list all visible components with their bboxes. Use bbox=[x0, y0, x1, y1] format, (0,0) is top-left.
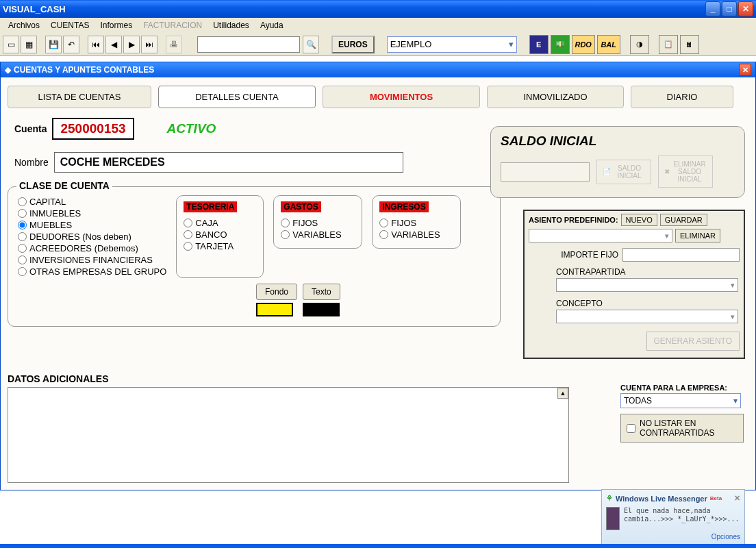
money-icon[interactable]: 💵 bbox=[551, 35, 570, 54]
toast-close-icon[interactable]: ✕ bbox=[734, 494, 740, 503]
concepto-combo[interactable]: ▾ bbox=[556, 310, 738, 323]
eliminar-button[interactable]: ELIMINAR bbox=[675, 229, 720, 242]
grid-icon[interactable]: ▦ bbox=[21, 36, 37, 53]
datos-label: DATOS ADICIONALES bbox=[8, 373, 748, 384]
messenger-toast: ⚘ Windows Live Messenger Beta ✕ El que n… bbox=[601, 489, 745, 545]
tesoreria-box: TESORERIA CAJA BANCO TARJETA bbox=[176, 195, 264, 278]
texto-swatch[interactable] bbox=[303, 303, 340, 316]
tab-inmovilizado[interactable]: INMOVILIZADO bbox=[487, 86, 624, 108]
last-icon[interactable]: ⏭ bbox=[141, 36, 158, 53]
radio-deudores[interactable]: DEUDORES (Nos deben) bbox=[18, 232, 166, 242]
menu-informes[interactable]: Informes bbox=[94, 19, 138, 32]
radio-capital[interactable]: CAPITAL bbox=[18, 197, 166, 207]
tab-detalles[interactable]: DETALLES CUENTA bbox=[158, 86, 316, 108]
e-icon[interactable]: E bbox=[529, 35, 549, 54]
undo-icon[interactable]: ↶ bbox=[63, 36, 79, 53]
tab-lista[interactable]: LISTA DE CUENTAS bbox=[8, 86, 151, 108]
find-icon[interactable]: 🔍 bbox=[303, 36, 319, 53]
clase-radio-column: CAPITAL INMUEBLES MUEBLES DEUDORES (Nos … bbox=[18, 195, 166, 278]
radio-tarjeta[interactable]: TARJETA bbox=[184, 241, 256, 251]
menu-archivos[interactable]: Archivos bbox=[3, 19, 45, 32]
app-titlebar: VISUAL_CASH _ □ ✕ bbox=[0, 0, 756, 18]
generar-button: GENERAR ASIENTO bbox=[646, 332, 740, 351]
first-icon[interactable]: ⏮ bbox=[88, 36, 104, 53]
radio-muebles[interactable]: MUEBLES bbox=[18, 220, 166, 230]
radio-acreedores[interactable]: ACREEDORES (Debemos) bbox=[18, 243, 166, 253]
new-icon[interactable]: ▭ bbox=[3, 36, 19, 53]
menu-utilidades[interactable]: Utilidades bbox=[207, 19, 255, 32]
messenger-icon: ⚘ bbox=[606, 494, 613, 503]
empresa-box: CUENTA PARA LA EMPRESA: TODAS▾ NO LISTAR… bbox=[620, 384, 744, 443]
list-icon[interactable]: 📋 bbox=[659, 35, 678, 54]
bottom-border bbox=[0, 544, 756, 548]
prev-icon[interactable]: ◀ bbox=[105, 36, 122, 53]
nolistar-check[interactable]: NO LISTAR EN CONTRAPARTIDAS bbox=[620, 414, 744, 443]
fondo-button[interactable]: Fondo bbox=[256, 284, 297, 300]
save-icon[interactable]: 💾 bbox=[45, 36, 62, 53]
next-icon[interactable]: ▶ bbox=[123, 36, 140, 53]
datos-textarea[interactable]: ▲ bbox=[8, 387, 569, 483]
app-title: VISUAL_CASH bbox=[3, 4, 66, 14]
toolbar: ▭ ▦ 💾 ↶ ⏮ ◀ ▶ ⏭ 🖶 🔍 EUROS EJEMPLO ▾ E 💵 … bbox=[0, 33, 756, 56]
toast-title: Windows Live Messenger bbox=[616, 495, 707, 503]
nombre-input[interactable] bbox=[54, 152, 403, 173]
tab-diario[interactable]: DIARIO bbox=[631, 86, 733, 108]
menu-cuentas[interactable]: CUENTAS bbox=[45, 19, 94, 32]
fondo-swatch[interactable] bbox=[256, 303, 293, 316]
minimize-button[interactable]: _ bbox=[705, 1, 720, 16]
tabs: LISTA DE CUENTAS DETALLES CUENTA MOVIMIE… bbox=[8, 86, 748, 108]
asiento-title: ASIENTO PREDEFINIDO: bbox=[529, 216, 618, 224]
contra-combo[interactable]: ▾ bbox=[556, 278, 738, 292]
toast-options[interactable]: Opciones bbox=[606, 533, 740, 540]
radio-ing-fijos[interactable]: FIJOS bbox=[379, 218, 453, 228]
bal-button[interactable]: BAL bbox=[597, 35, 620, 54]
saldo-input[interactable] bbox=[501, 162, 590, 182]
close-button[interactable]: ✕ bbox=[738, 1, 753, 16]
radio-caja[interactable]: CAJA bbox=[184, 218, 256, 228]
radio-inmuebles[interactable]: INMUEBLES bbox=[18, 208, 166, 219]
nolistar-checkbox[interactable] bbox=[627, 424, 635, 433]
radio-inversiones[interactable]: INVERSIONES FINANCIERAS bbox=[18, 255, 166, 265]
cuenta-value: 250000153 bbox=[52, 118, 134, 140]
asiento-combo[interactable]: ▾ bbox=[529, 229, 672, 242]
radio-banco[interactable]: BANCO bbox=[184, 229, 256, 240]
guardar-button[interactable]: GUARDAR bbox=[660, 214, 707, 226]
print-icon: 🖶 bbox=[166, 36, 182, 53]
toast-message: El que nada hace,nada cambia...>>> *_LaU… bbox=[624, 507, 740, 530]
rdo-button[interactable]: RDO bbox=[572, 35, 595, 54]
contra-label: CONTRAPARTIDA bbox=[556, 267, 740, 277]
ingresos-header: INGRESOS bbox=[379, 201, 428, 212]
menu-facturacion: FACTURACION bbox=[138, 19, 207, 32]
saldo-inicial-button: 📄SALDO INICIAL bbox=[596, 160, 651, 184]
saldo-inicial-box: SALDO INICIAL 📄SALDO INICIAL ✖ELIMINAR S… bbox=[490, 126, 745, 198]
calc-icon[interactable]: 🖩 bbox=[680, 35, 699, 54]
maximize-button[interactable]: □ bbox=[722, 1, 737, 16]
radio-otras[interactable]: OTRAS EMPRESAS DEL GRUPO bbox=[18, 266, 166, 277]
scroll-up-icon[interactable]: ▲ bbox=[557, 388, 568, 399]
company-combo[interactable]: EJEMPLO ▾ bbox=[387, 36, 517, 53]
euros-button[interactable]: EUROS bbox=[331, 36, 375, 53]
texto-button[interactable]: Texto bbox=[303, 284, 340, 300]
concepto-label: CONCEPTO bbox=[556, 299, 740, 308]
empresa-combo[interactable]: TODAS▾ bbox=[620, 393, 741, 408]
chart-icon[interactable]: ◑ bbox=[630, 35, 649, 54]
importe-input[interactable] bbox=[622, 248, 740, 262]
radio-ing-variables[interactable]: VARIABLES bbox=[379, 229, 453, 240]
nuevo-button[interactable]: NUEVO bbox=[621, 214, 657, 226]
search-input[interactable] bbox=[197, 36, 300, 53]
child-close-button[interactable]: ✕ bbox=[739, 64, 751, 76]
menu-ayuda[interactable]: Ayuda bbox=[255, 19, 289, 32]
nombre-label: Nombre bbox=[14, 157, 49, 168]
empresa-label: CUENTA PARA LA EMPRESA: bbox=[620, 384, 744, 392]
clase-title: CLASE DE CUENTA bbox=[16, 180, 112, 191]
tab-movimientos[interactable]: MOVIMIENTOS bbox=[323, 86, 480, 108]
child-title: CUENTAS Y APUNTES CONTABLES bbox=[14, 65, 154, 75]
clase-fieldset: CLASE DE CUENTA CAPITAL INMUEBLES MUEBLE… bbox=[8, 186, 501, 327]
gastos-header: GASTOS bbox=[281, 201, 320, 212]
tesoreria-header: TESORERIA bbox=[184, 201, 237, 212]
asiento-box: ASIENTO PREDEFINIDO: NUEVO GUARDAR ▾ ELI… bbox=[523, 210, 745, 359]
radio-gastos-variables[interactable]: VARIABLES bbox=[281, 229, 355, 240]
radio-gastos-fijos[interactable]: FIJOS bbox=[281, 218, 355, 228]
cuenta-label: Cuenta bbox=[14, 123, 47, 134]
saldo-title: SALDO INICIAL bbox=[501, 134, 735, 149]
